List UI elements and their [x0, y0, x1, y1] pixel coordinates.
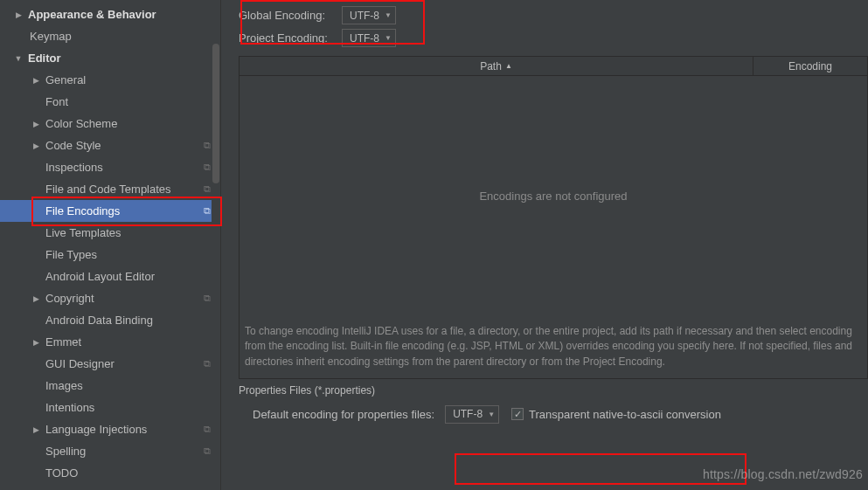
- chevron-right-icon: ▶: [12, 10, 24, 19]
- tree-item-code-style[interactable]: ▶Code Style⧉: [0, 135, 220, 156]
- tree-item-label: Font: [45, 95, 220, 108]
- settings-tree-sidebar: ▶Appearance & BehaviorKeymap▼Editor▶Gene…: [0, 0, 221, 490]
- tree-item-copyright[interactable]: ▶Copyright⧉: [0, 287, 220, 309]
- tree-item-android-layout-editor[interactable]: Android Layout Editor: [0, 266, 220, 287]
- tree-item-live-templates[interactable]: Live Templates: [0, 222, 220, 244]
- tree-item-label: Intentions: [45, 401, 220, 414]
- sidebar-scrollbar[interactable]: [212, 0, 220, 490]
- global-encoding-label: Global Encoding:: [239, 9, 342, 22]
- encodings-table: Path ▲ Encoding Encodings are not config…: [239, 56, 868, 379]
- tree-item-label: Images: [45, 379, 220, 392]
- tree-item-label: Code Style: [45, 139, 201, 152]
- tree-item-label: File Encodings: [45, 204, 201, 217]
- scrollbar-thumb[interactable]: [212, 44, 219, 183]
- tree-item-label: Editor: [28, 52, 220, 65]
- chevron-down-icon: ▼: [385, 34, 392, 42]
- tree-item-gui-designer[interactable]: GUI Designer⧉: [0, 353, 220, 375]
- sort-asc-icon: ▲: [505, 62, 512, 70]
- tree-item-color-scheme[interactable]: ▶Color Scheme: [0, 113, 220, 135]
- tree-item-language-injections[interactable]: ▶Language Injections⧉: [0, 418, 220, 440]
- tree-item-inspections[interactable]: Inspections⧉: [0, 156, 220, 178]
- tree-item-general[interactable]: ▶General: [0, 69, 220, 91]
- tree-item-editor[interactable]: ▼Editor: [0, 47, 220, 69]
- tree-item-label: Spelling: [45, 445, 201, 458]
- tree-item-label: Copyright: [45, 292, 201, 305]
- column-header-path[interactable]: Path ▲: [240, 57, 753, 75]
- tree-item-label: Live Templates: [45, 226, 220, 239]
- global-encoding-combo[interactable]: UTF-8 ▼: [342, 6, 396, 24]
- tree-item-emmet[interactable]: ▶Emmet: [0, 331, 220, 353]
- chevron-down-icon: ▼: [385, 11, 392, 19]
- project-encoding-combo[interactable]: UTF-8 ▼: [342, 29, 396, 47]
- tree-item-intentions[interactable]: Intentions: [0, 397, 220, 418]
- chevron-right-icon: ▶: [30, 338, 42, 347]
- chevron-right-icon: ▶: [30, 425, 42, 434]
- properties-encoding-combo[interactable]: UTF-8 ▼: [445, 405, 499, 424]
- tree-item-label: Language Injections: [45, 423, 201, 436]
- tree-item-label: File Types: [45, 248, 220, 261]
- tree-item-label: TODO: [45, 466, 220, 480]
- tree-item-spelling[interactable]: Spelling⧉: [0, 440, 220, 462]
- column-header-encoding[interactable]: Encoding: [753, 57, 867, 75]
- table-body-empty: Encodings are not configured: [240, 76, 867, 317]
- tree-item-label: Emmet: [45, 335, 220, 349]
- watermark-text: https://blog.csdn.net/zwd926: [703, 467, 863, 481]
- chevron-right-icon: ▶: [30, 294, 42, 303]
- tree-item-file-types[interactable]: File Types: [0, 244, 220, 266]
- chevron-down-icon: ▼: [488, 411, 495, 418]
- tree-item-label: Keymap: [30, 30, 220, 43]
- tree-item-images[interactable]: Images: [0, 375, 220, 397]
- table-header: Path ▲ Encoding: [240, 57, 867, 76]
- transparent-ascii-checkbox[interactable]: ✓: [511, 408, 524, 420]
- tree-item-label: Inspections: [45, 161, 201, 174]
- tree-item-file-encodings[interactable]: File Encodings⧉: [0, 200, 220, 222]
- transparent-ascii-label: Transparent native-to-ascii conversion: [529, 408, 721, 421]
- tree-item-appearance-behavior[interactable]: ▶Appearance & Behavior: [0, 3, 220, 25]
- chevron-right-icon: ▶: [30, 120, 42, 128]
- tree-item-label: GUI Designer: [45, 357, 201, 370]
- tree-item-label: Color Scheme: [45, 117, 220, 130]
- properties-section-label: Properties Files (*.properties): [239, 384, 868, 397]
- tree-item-android-data-binding[interactable]: Android Data Binding: [0, 309, 220, 331]
- tree-item-label: General: [45, 73, 220, 86]
- properties-encoding-label: Default encoding for properties files:: [253, 408, 434, 421]
- tree-item-todo[interactable]: TODO: [0, 462, 220, 484]
- tree-item-font[interactable]: Font: [0, 91, 220, 113]
- settings-main-panel: Global Encoding: UTF-8 ▼ Project Encodin…: [221, 0, 868, 490]
- project-encoding-label: Project Encoding:: [239, 31, 342, 45]
- tree-item-label: Android Layout Editor: [45, 270, 220, 283]
- tree-item-label: Appearance & Behavior: [28, 8, 220, 21]
- chevron-right-icon: ▶: [30, 76, 42, 85]
- help-text: To change encoding IntelliJ IDEA uses fo…: [240, 317, 867, 378]
- chevron-right-icon: ▶: [30, 141, 42, 150]
- tree-item-label: Android Data Binding: [45, 314, 220, 327]
- tree-item-file-and-code-templates[interactable]: File and Code Templates⧉: [0, 178, 220, 200]
- tree-item-label: File and Code Templates: [45, 183, 201, 196]
- tree-item-keymap[interactable]: Keymap: [0, 25, 220, 47]
- chevron-down-icon: ▼: [12, 54, 24, 63]
